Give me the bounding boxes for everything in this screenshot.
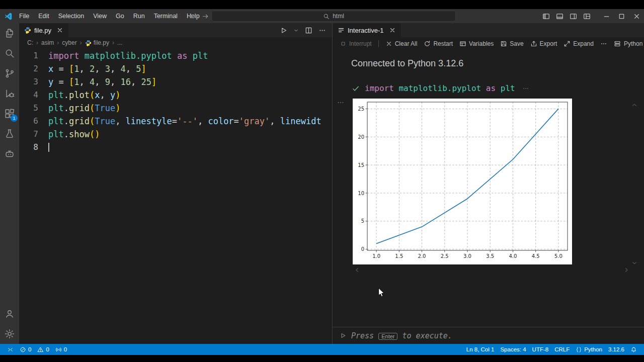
svg-text:5.0: 5.0 xyxy=(554,253,562,259)
toggle-panel-button[interactable] xyxy=(553,9,567,23)
tab-file-py[interactable]: file.py xyxy=(19,23,68,37)
toggle-secondary-sidebar-button[interactable] xyxy=(567,9,580,23)
code-line-2[interactable]: 2x = [1, 2, 3, 4, 5] xyxy=(19,62,332,75)
close-tab-icon[interactable] xyxy=(389,27,396,34)
plot-output[interactable]: 1.01.52.02.53.03.54.04.55.00510152025 xyxy=(353,99,572,264)
minimize-button[interactable] xyxy=(599,9,614,23)
status-cursor-position[interactable]: Ln 8, Col 1 xyxy=(463,346,498,352)
tab-interactive-1[interactable]: Interactive-1 xyxy=(333,23,401,37)
status-language-mode[interactable]: Python xyxy=(573,346,605,353)
activity-bar-item-explorer[interactable] xyxy=(0,23,19,43)
toolbar-button-expand[interactable]: Expand xyxy=(564,40,594,47)
breadcrumb-item[interactable]: ... xyxy=(117,39,122,46)
code-line-3[interactable]: 3y = [1, 4, 9, 16, 25] xyxy=(19,75,332,88)
split-editor-button[interactable] xyxy=(305,27,312,34)
toolbar-button-interrupt[interactable]: Interrupt xyxy=(340,40,372,47)
status-ports[interactable]: 0 xyxy=(52,346,70,353)
toolbar-button-clear-all[interactable]: Clear All xyxy=(385,40,418,47)
menu-edit[interactable]: Edit xyxy=(34,9,54,23)
breadcrumb[interactable]: C:›asim›cyber›file.py›... xyxy=(19,37,332,48)
code-line-7[interactable]: 7plt.show() xyxy=(19,128,332,141)
status-end-of-line[interactable]: CRLF xyxy=(551,346,573,352)
kernel-picker[interactable]: Python 3.12.6 xyxy=(614,40,644,47)
search-icon xyxy=(323,13,330,20)
status-errors[interactable]: 0 xyxy=(17,346,34,353)
scroll-down-icon[interactable] xyxy=(631,259,638,266)
cell-more-icon[interactable] xyxy=(522,85,529,92)
maximize-button[interactable] xyxy=(614,9,629,23)
activity-bar-item-accounts[interactable] xyxy=(0,304,19,324)
tab-label: Interactive-1 xyxy=(348,27,384,34)
status-remote-indicator[interactable] xyxy=(4,346,17,353)
scroll-left-icon[interactable] xyxy=(354,266,361,274)
cell-actions-icon[interactable] xyxy=(337,99,345,107)
activity-bar-item-testing[interactable] xyxy=(0,124,19,144)
run-prompt-icon xyxy=(340,332,346,339)
close-tab-icon[interactable] xyxy=(56,27,63,34)
toolbar-button-more-actions[interactable] xyxy=(600,40,607,47)
toolbar-button-variables[interactable]: Variables xyxy=(459,40,494,47)
interactive-input[interactable]: Press Enter to execute. xyxy=(333,327,644,344)
customize-layout-button[interactable] xyxy=(580,9,594,23)
command-center-search[interactable]: html xyxy=(211,11,456,22)
code-line-1[interactable]: 1import matplotlib.pyplot as plt xyxy=(19,49,332,62)
run-dropdown-icon[interactable] xyxy=(293,28,299,33)
activity-bar-item-settings[interactable] xyxy=(0,324,19,344)
scroll-up-icon[interactable] xyxy=(631,102,638,109)
menu-view[interactable]: View xyxy=(89,9,111,23)
status-python-interpreter[interactable]: 3.12.6 xyxy=(605,346,627,352)
status-encoding[interactable]: UTF-8 xyxy=(529,346,552,352)
toolbar-button-restart[interactable]: Restart xyxy=(424,40,453,47)
menu-selection[interactable]: Selection xyxy=(54,9,89,23)
menu-go[interactable]: Go xyxy=(111,9,129,23)
code-line-6[interactable]: 6plt.grid(True, linestyle='--', color='g… xyxy=(19,115,332,128)
mouse-cursor xyxy=(378,288,385,298)
vscode-window: FileEditSelectionViewGoRunTerminalHelp h… xyxy=(0,9,644,355)
breadcrumb-item[interactable]: C: xyxy=(27,39,33,46)
editor-actions xyxy=(280,23,332,37)
activity-bar-item-source-control[interactable] xyxy=(0,63,19,83)
status-warnings[interactable]: 0 xyxy=(34,346,52,353)
back-button[interactable] xyxy=(188,13,196,20)
breadcrumb-item[interactable]: file.py xyxy=(85,39,109,46)
forward-button[interactable] xyxy=(202,13,209,20)
svg-text:0: 0 xyxy=(361,246,364,252)
executed-cell[interactable]: import matplotlib.pyplot as plt xyxy=(352,83,529,93)
input-placeholder: Press Enter to execute. xyxy=(351,331,452,340)
titlebar: FileEditSelectionViewGoRunTerminalHelp h… xyxy=(0,9,644,23)
close-window-button[interactable] xyxy=(629,9,644,23)
activity-bar-item-run-and-debug[interactable] xyxy=(0,83,19,104)
interactive-window-icon xyxy=(338,27,345,34)
toolbar-button-save[interactable]: Save xyxy=(500,40,523,47)
breadcrumb-item[interactable]: cyber xyxy=(62,39,76,46)
activity-bar-item-extensions[interactable]: 1 xyxy=(0,104,19,124)
more-actions-button[interactable] xyxy=(318,27,326,34)
breadcrumb-separator: › xyxy=(36,39,38,46)
code-line-5[interactable]: 5plt.grid(True) xyxy=(19,102,332,115)
line-number: 5 xyxy=(19,102,48,115)
activity-bar-item-chat[interactable] xyxy=(0,144,19,164)
line-number: 2 xyxy=(19,62,48,75)
toggle-sidebar-button[interactable] xyxy=(539,9,553,23)
menu-terminal[interactable]: Terminal xyxy=(149,9,182,23)
enter-key-badge: Enter xyxy=(378,333,397,340)
svg-text:4.5: 4.5 xyxy=(532,253,540,259)
toolbar-button-export[interactable]: Export xyxy=(530,40,557,47)
svg-text:4.0: 4.0 xyxy=(509,253,517,259)
status-notifications[interactable] xyxy=(627,346,640,353)
run-file-button[interactable] xyxy=(280,27,287,34)
activity-bar-item-search[interactable] xyxy=(0,43,19,63)
scroll-right-icon[interactable] xyxy=(623,266,630,274)
code-line-4[interactable]: 4plt.plot(x, y) xyxy=(19,88,332,102)
code-editor[interactable]: 1import matplotlib.pyplot as plt2x = [1,… xyxy=(19,48,332,344)
testing-icon xyxy=(4,128,15,139)
breadcrumb-item[interactable]: asim xyxy=(41,39,54,46)
kernel-icon xyxy=(614,40,621,47)
history-navigation xyxy=(188,9,209,23)
restart-icon xyxy=(424,40,431,47)
menu-run[interactable]: Run xyxy=(129,9,149,23)
menu-file[interactable]: File xyxy=(15,9,34,23)
more-icon xyxy=(600,40,607,47)
status-indentation[interactable]: Spaces: 4 xyxy=(497,346,529,352)
code-line-8[interactable]: 8 xyxy=(19,141,332,154)
